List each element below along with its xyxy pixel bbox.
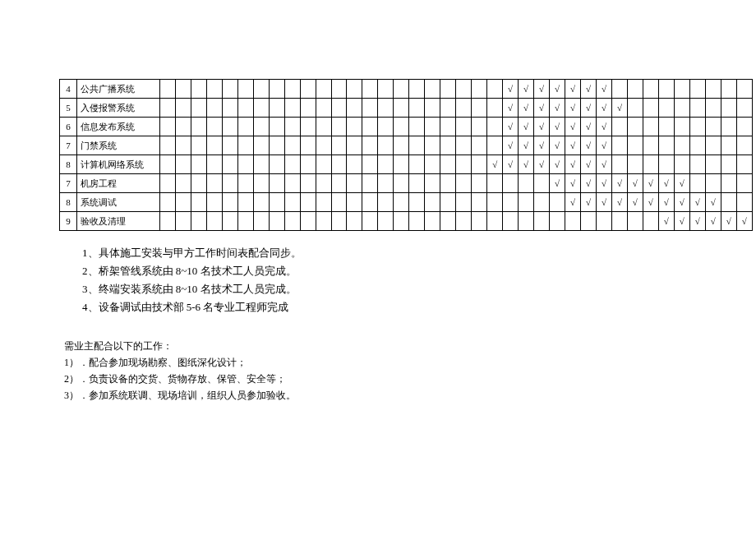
schedule-cell: √ xyxy=(581,155,597,174)
schedule-cell xyxy=(472,212,487,231)
schedule-cell: √ xyxy=(658,174,674,193)
schedule-cell: √ xyxy=(534,80,550,99)
schedule-cell xyxy=(222,174,237,193)
schedule-cell xyxy=(611,118,627,136)
schedule-cell xyxy=(456,118,472,136)
schedule-cell xyxy=(237,193,253,212)
schedule-cell xyxy=(237,136,253,155)
schedule-cell xyxy=(721,80,736,99)
schedule-cell xyxy=(565,212,581,231)
row-name: 系统调试 xyxy=(76,193,159,212)
schedule-cell xyxy=(503,174,519,193)
schedule-cell xyxy=(425,212,440,231)
schedule-cell xyxy=(191,193,206,212)
row-number: 7 xyxy=(60,174,77,193)
row-name: 信息发布系统 xyxy=(76,118,159,136)
schedule-cell xyxy=(159,174,175,193)
schedule-cell xyxy=(331,212,347,231)
schedule-cell xyxy=(206,99,222,118)
schedule-cell xyxy=(191,155,206,174)
schedule-cell xyxy=(581,212,597,231)
schedule-cell xyxy=(409,118,425,136)
schedule-cell xyxy=(316,118,331,136)
schedule-cell xyxy=(394,80,409,99)
schedule-cell: √ xyxy=(596,174,611,193)
schedule-cell xyxy=(347,212,362,231)
schedule-cell xyxy=(394,136,409,155)
owner-block: 需业主配合以下的工作： 1）．配合参加现场勘察、图纸深化设计； 2）．负责设备的… xyxy=(64,338,756,404)
schedule-cell xyxy=(627,155,643,174)
schedule-cell xyxy=(627,212,643,231)
schedule-cell xyxy=(736,193,752,212)
schedule-cell xyxy=(316,193,331,212)
schedule-cell xyxy=(394,155,409,174)
schedule-cell xyxy=(222,99,237,118)
schedule-cell xyxy=(284,99,300,118)
schedule-cell xyxy=(300,193,316,212)
schedule-cell xyxy=(269,99,284,118)
schedule-cell: √ xyxy=(565,193,581,212)
schedule-cell xyxy=(736,80,752,99)
schedule-cell xyxy=(347,80,362,99)
schedule-cell xyxy=(175,99,191,118)
table-row: 4公共广播系统√√√√√√√ xyxy=(60,80,753,99)
schedule-cell xyxy=(689,118,705,136)
schedule-cell xyxy=(347,136,362,155)
schedule-cell xyxy=(409,174,425,193)
schedule-cell xyxy=(487,193,503,212)
schedule-cell xyxy=(253,155,269,174)
schedule-cell: √ xyxy=(550,174,565,193)
schedule-cell xyxy=(472,118,487,136)
schedule-cell xyxy=(222,212,237,231)
schedule-cell xyxy=(269,118,284,136)
schedule-cell xyxy=(316,174,331,193)
schedule-cell xyxy=(191,118,206,136)
schedule-cell xyxy=(596,212,611,231)
schedule-cell xyxy=(689,136,705,155)
owner-item-2: 2）．负责设备的交货、货物存放、保管、安全等； xyxy=(64,371,756,387)
row-number: 4 xyxy=(60,80,77,99)
schedule-cell xyxy=(440,80,456,99)
schedule-cell xyxy=(237,174,253,193)
schedule-cell xyxy=(409,99,425,118)
schedule-cell xyxy=(534,174,550,193)
schedule-cell: √ xyxy=(611,99,627,118)
row-name: 机房工程 xyxy=(76,174,159,193)
schedule-cell xyxy=(378,99,394,118)
schedule-cell xyxy=(378,155,394,174)
schedule-cell xyxy=(269,212,284,231)
schedule-cell xyxy=(175,174,191,193)
schedule-cell xyxy=(736,136,752,155)
table-row: 9验收及清理√√√√√√ xyxy=(60,212,753,231)
schedule-cell xyxy=(456,212,472,231)
note-2: 2、桥架管线系统由 8~10 名技术工人员完成。 xyxy=(82,262,756,280)
schedule-cell: √ xyxy=(534,99,550,118)
schedule-cell xyxy=(253,99,269,118)
schedule-cell xyxy=(347,155,362,174)
schedule-cell xyxy=(300,99,316,118)
schedule-cell: √ xyxy=(487,155,503,174)
schedule-cell: √ xyxy=(550,136,565,155)
schedule-cell: √ xyxy=(689,193,705,212)
schedule-cell xyxy=(394,174,409,193)
schedule-cell xyxy=(425,99,440,118)
schedule-cell xyxy=(425,193,440,212)
schedule-cell xyxy=(705,136,721,155)
schedule-cell xyxy=(440,193,456,212)
schedule-cell xyxy=(643,212,658,231)
schedule-cell xyxy=(253,136,269,155)
schedule-cell xyxy=(425,118,440,136)
schedule-cell xyxy=(159,80,175,99)
schedule-cell xyxy=(191,136,206,155)
schedule-cell xyxy=(689,80,705,99)
schedule-cell xyxy=(378,193,394,212)
schedule-cell xyxy=(627,118,643,136)
schedule-cell xyxy=(253,174,269,193)
schedule-cell xyxy=(643,99,658,118)
schedule-cell xyxy=(175,212,191,231)
schedule-cell xyxy=(331,174,347,193)
schedule-cell: √ xyxy=(721,212,736,231)
schedule-cell xyxy=(253,212,269,231)
schedule-cell xyxy=(237,155,253,174)
schedule-cell: √ xyxy=(736,212,752,231)
